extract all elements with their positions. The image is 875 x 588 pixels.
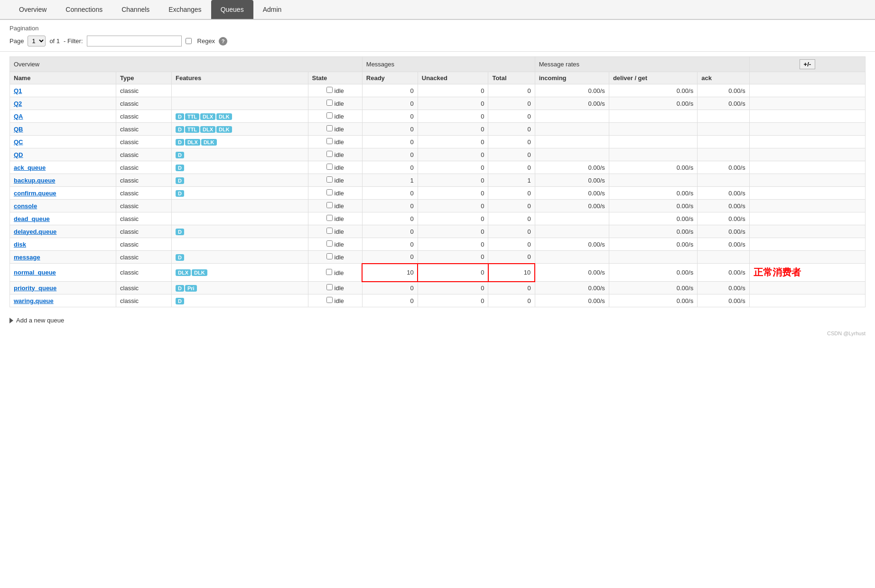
queue-deliver: 0.00/s: [609, 238, 697, 251]
queue-annotation: [749, 110, 865, 123]
queue-unacked: 0: [418, 200, 488, 212]
queue-type: classic: [116, 161, 172, 174]
queue-type: classic: [116, 294, 172, 307]
queue-type: classic: [116, 282, 172, 294]
queue-name[interactable]: QA: [10, 110, 116, 123]
table-section: Overview Messages Message rates +/- Name…: [0, 52, 875, 312]
queue-name[interactable]: confirm.queue: [10, 187, 116, 200]
queue-deliver: 0.00/s: [609, 282, 697, 294]
table-row[interactable]: Q1classicidle0000.00/s0.00/s0.00/s: [10, 84, 866, 97]
queue-unacked: 0: [418, 174, 488, 187]
queue-type: classic: [116, 200, 172, 212]
queue-total: 0: [488, 136, 535, 148]
help-button[interactable]: ?: [219, 37, 227, 46]
tab-channels[interactable]: Channels: [112, 0, 159, 19]
queue-name[interactable]: ack_queue: [10, 161, 116, 174]
queue-incoming: [535, 110, 609, 123]
queue-name[interactable]: delayed.queue: [10, 225, 116, 238]
table-row[interactable]: Q2classicidle0000.00/s0.00/s0.00/s: [10, 97, 866, 110]
queue-name[interactable]: dead_queue: [10, 212, 116, 225]
queue-total: 0: [488, 251, 535, 264]
queue-ready: 0: [362, 84, 418, 97]
page-label: Page: [9, 37, 24, 45]
col-header-total: Total: [488, 72, 535, 84]
queue-type: classic: [116, 84, 172, 97]
header-overview: Overview: [10, 57, 363, 72]
queue-name[interactable]: waring.queue: [10, 294, 116, 307]
queue-name[interactable]: QD: [10, 148, 116, 161]
queue-deliver: [609, 148, 697, 161]
tab-overview[interactable]: Overview: [9, 0, 56, 19]
tab-connections[interactable]: Connections: [56, 0, 112, 19]
queue-annotation: [749, 238, 865, 251]
queue-incoming: [535, 148, 609, 161]
queue-name[interactable]: normal_queue: [10, 264, 116, 282]
queue-features: DTTLDLXDLK: [171, 110, 308, 123]
filter-input[interactable]: [87, 36, 182, 46]
queue-unacked: 0: [418, 251, 488, 264]
table-row[interactable]: confirm.queueclassicDidle0000.00/s0.00/s…: [10, 187, 866, 200]
table-row[interactable]: priority_queueclassicDPriidle0000.00/s0.…: [10, 282, 866, 294]
queue-state: idle: [308, 251, 362, 264]
tab-exchanges[interactable]: Exchanges: [159, 0, 211, 19]
table-row[interactable]: QBclassicDTTLDLXDLKidle000: [10, 123, 866, 136]
queue-total: 0: [488, 187, 535, 200]
table-row[interactable]: waring.queueclassicDidle0000.00/s0.00/s0…: [10, 294, 866, 307]
queue-name[interactable]: QB: [10, 123, 116, 136]
queue-deliver: 0.00/s: [609, 264, 697, 282]
table-row[interactable]: consoleclassicidle0000.00/s0.00/s0.00/s: [10, 200, 866, 212]
table-row[interactable]: delayed.queueclassicDidle0000.00/s0.00/s: [10, 225, 866, 238]
queue-ready: 1: [362, 174, 418, 187]
queue-state: idle: [308, 187, 362, 200]
queue-name[interactable]: Q2: [10, 97, 116, 110]
queue-unacked: 0: [418, 238, 488, 251]
table-row[interactable]: QDclassicDidle000: [10, 148, 866, 161]
queue-name[interactable]: Q1: [10, 84, 116, 97]
queue-name[interactable]: disk: [10, 238, 116, 251]
queue-annotation: [749, 225, 865, 238]
queue-annotation: [749, 251, 865, 264]
queue-annotation: [749, 97, 865, 110]
queue-ready: 0: [362, 212, 418, 225]
queue-unacked: 0: [418, 294, 488, 307]
queue-incoming: 0.00/s: [535, 161, 609, 174]
table-row[interactable]: ack_queueclassicDidle0000.00/s0.00/s0.00…: [10, 161, 866, 174]
queue-name[interactable]: QC: [10, 136, 116, 148]
add-queue-toggle[interactable]: Add a new queue: [9, 317, 866, 324]
queue-deliver: [609, 174, 697, 187]
table-row[interactable]: QAclassicDTTLDLXDLKidle000: [10, 110, 866, 123]
header-message-rates: Message rates: [535, 57, 749, 72]
table-row[interactable]: QCclassicDDLXDLKidle000: [10, 136, 866, 148]
table-row[interactable]: backup.queueclassicDidle1010.00/s: [10, 174, 866, 187]
queue-name[interactable]: priority_queue: [10, 282, 116, 294]
queue-annotation: [749, 136, 865, 148]
queue-features: DPri: [171, 282, 308, 294]
queue-annotation: [749, 294, 865, 307]
regex-checkbox[interactable]: [186, 38, 192, 44]
plus-minus-btn[interactable]: +/-: [749, 57, 865, 72]
queue-incoming: [535, 212, 609, 225]
page-select[interactable]: 1: [28, 36, 46, 46]
queue-type: classic: [116, 264, 172, 282]
queue-name[interactable]: console: [10, 200, 116, 212]
queue-total: 0: [488, 123, 535, 136]
queue-unacked: 0: [418, 225, 488, 238]
add-queue-section: Add a new queue: [0, 312, 875, 329]
col-header-state: State: [308, 72, 362, 84]
table-row[interactable]: diskclassicidle0000.00/s0.00/s0.00/s: [10, 238, 866, 251]
table-row[interactable]: messageclassicDidle000: [10, 251, 866, 264]
queue-ready: 0: [362, 200, 418, 212]
queue-incoming: 0.00/s: [535, 97, 609, 110]
col-header-deliver: deliver / get: [609, 72, 697, 84]
queue-name[interactable]: backup.queue: [10, 174, 116, 187]
queue-state: idle: [308, 84, 362, 97]
queue-ready: 0: [362, 282, 418, 294]
queue-state: idle: [308, 212, 362, 225]
tab-admin[interactable]: Admin: [253, 0, 291, 19]
queue-ready: 0: [362, 123, 418, 136]
queue-name[interactable]: message: [10, 251, 116, 264]
table-row[interactable]: dead_queueclassicidle0000.00/s0.00/s: [10, 212, 866, 225]
queue-incoming: 0.00/s: [535, 264, 609, 282]
tab-queues[interactable]: Queues: [211, 0, 253, 19]
table-row[interactable]: normal_queueclassicDLXDLKidle100100.00/s…: [10, 264, 866, 282]
